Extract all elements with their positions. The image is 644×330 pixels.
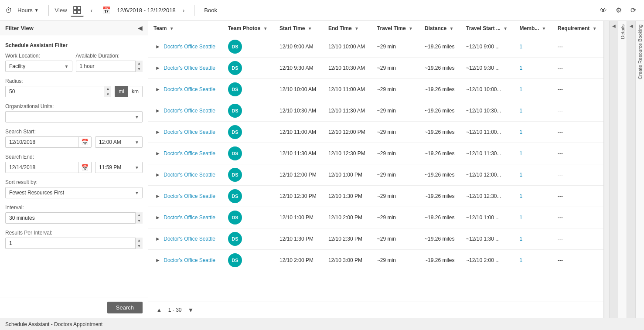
cell-photos-3: DS bbox=[223, 100, 274, 122]
radius-down-btn[interactable]: ▼ bbox=[104, 92, 111, 97]
km-toggle-btn[interactable]: km bbox=[128, 86, 143, 97]
search-end-calendar-btn[interactable]: 📅 bbox=[78, 162, 91, 173]
col-team-photos[interactable]: Team Photos ▼ bbox=[223, 21, 274, 36]
cell-travel-start-7: ~12/10 12:30... bbox=[461, 186, 514, 207]
results-per-interval-input[interactable] bbox=[5, 238, 143, 249]
col-end-time[interactable]: End Time ▼ bbox=[323, 21, 372, 36]
col-travel-start[interactable]: Travel Start ... ▼ bbox=[461, 21, 514, 36]
table-row: ► Doctor's Office Seattle DS 12/10 11:30… bbox=[148, 143, 603, 164]
table-row: ► Doctor's Office Seattle DS 12/10 12:30… bbox=[148, 186, 603, 207]
team-name-9[interactable]: Doctor's Office Seattle bbox=[164, 236, 215, 242]
col-travel-time[interactable]: Travel Time ▼ bbox=[372, 21, 419, 36]
team-name-0[interactable]: Doctor's Office Seattle bbox=[164, 44, 215, 50]
results-per-interval-down-btn[interactable]: ▼ bbox=[136, 243, 143, 249]
available-duration-input[interactable] bbox=[76, 61, 143, 72]
search-start-date-wrapper: 📅 bbox=[5, 136, 92, 148]
expand-btn-5[interactable]: ► bbox=[153, 150, 162, 157]
expand-btn-4[interactable]: ► bbox=[153, 128, 162, 136]
details-collapse-handle[interactable]: ◀ bbox=[609, 21, 618, 318]
eye-icon-button[interactable]: 👁 bbox=[597, 5, 610, 16]
filter-collapse-button[interactable]: ◀ bbox=[138, 24, 143, 31]
expand-btn-7[interactable]: ► bbox=[153, 192, 162, 200]
expand-btn-9[interactable]: ► bbox=[153, 235, 162, 243]
interval-input[interactable] bbox=[5, 212, 143, 224]
col-distance[interactable]: Distance ▼ bbox=[419, 21, 461, 36]
col-requirement-label: Requirement bbox=[558, 25, 589, 31]
col-members[interactable]: Memb... ▼ bbox=[515, 21, 552, 36]
grid-container[interactable]: Team ▼ Team Photos ▼ Start Time ▼ bbox=[148, 21, 603, 302]
mi-toggle-btn[interactable]: mi bbox=[115, 86, 128, 97]
col-travel-time-label: Travel Time bbox=[377, 25, 406, 31]
refresh-icon-button[interactable]: ⟳ bbox=[628, 4, 639, 16]
scrollbar-track[interactable] bbox=[604, 21, 609, 318]
cell-distance-6: ~19.26 miles bbox=[419, 164, 461, 186]
available-duration-up-btn[interactable]: ▲ bbox=[136, 61, 143, 66]
cell-end-8: 12/10 2:00 PM bbox=[323, 207, 372, 228]
page-down-btn[interactable]: ▼ bbox=[185, 306, 197, 314]
col-start-time[interactable]: Start Time ▼ bbox=[274, 21, 323, 36]
sort-select[interactable]: Fewest Resources First Most Resources Fi… bbox=[5, 187, 143, 198]
svg-rect-1 bbox=[78, 7, 81, 10]
prev-date-button[interactable]: ‹ bbox=[87, 5, 96, 16]
search-start-calendar-btn[interactable]: 📅 bbox=[78, 137, 91, 147]
cell-travel-time-4: ~29 min bbox=[372, 122, 419, 143]
cell-travel-start-8: ~12/10 1:00 ... bbox=[461, 207, 514, 228]
expand-btn-2[interactable]: ► bbox=[153, 85, 162, 93]
expand-btn-0[interactable]: ► bbox=[153, 43, 162, 51]
team-name-5[interactable]: Doctor's Office Seattle bbox=[164, 150, 215, 156]
details-sidebar: Details bbox=[618, 21, 627, 318]
status-text: Schedule Assistant - Doctors Appointment bbox=[5, 321, 102, 327]
work-location-select[interactable]: Facility Onsite Location Agnostic bbox=[5, 61, 72, 72]
cell-travel-start-1: ~12/10 9:30 ... bbox=[461, 58, 514, 79]
radius-up-btn[interactable]: ▲ bbox=[104, 86, 111, 92]
search-start-time-select[interactable]: 12:00 AM bbox=[95, 136, 143, 148]
radius-input[interactable] bbox=[5, 86, 111, 97]
interval-up-btn[interactable]: ▲ bbox=[136, 212, 143, 218]
table-row: ► Doctor's Office Seattle DS 12/10 11:00… bbox=[148, 122, 603, 143]
available-duration-down-btn[interactable]: ▼ bbox=[136, 66, 143, 72]
hours-label: Hours bbox=[17, 7, 33, 14]
details-label[interactable]: Details bbox=[619, 21, 626, 43]
team-name-10[interactable]: Doctor's Office Seattle bbox=[164, 257, 215, 263]
available-duration-spinner-btns: ▲ ▼ bbox=[135, 61, 143, 72]
next-date-button[interactable]: › bbox=[179, 5, 188, 16]
booking-label[interactable]: Create Resource Booking bbox=[637, 21, 644, 83]
expand-btn-3[interactable]: ► bbox=[153, 107, 162, 115]
team-name-7[interactable]: Doctor's Office Seattle bbox=[164, 193, 215, 199]
team-name-3[interactable]: Doctor's Office Seattle bbox=[164, 108, 215, 114]
book-button[interactable]: Book bbox=[201, 5, 221, 15]
booking-collapse-handle[interactable]: ◀ bbox=[627, 21, 635, 318]
team-name-2[interactable]: Doctor's Office Seattle bbox=[164, 86, 215, 92]
team-name-8[interactable]: Doctor's Office Seattle bbox=[164, 214, 215, 221]
filter-view-title: Filter View bbox=[5, 25, 34, 31]
calendar-icon-button[interactable]: 📅 bbox=[99, 4, 113, 16]
team-name-4[interactable]: Doctor's Office Seattle bbox=[164, 129, 215, 135]
search-start-date-input[interactable] bbox=[6, 137, 78, 147]
collapse-arrow-2: ◀ bbox=[630, 21, 633, 31]
expand-btn-8[interactable]: ► bbox=[153, 214, 162, 221]
expand-btn-6[interactable]: ► bbox=[153, 171, 162, 179]
interval-down-btn[interactable]: ▼ bbox=[136, 218, 143, 224]
cell-requirement-8: --- bbox=[552, 207, 603, 228]
settings-icon-button[interactable]: ⚙ bbox=[613, 4, 624, 16]
search-end-date-input[interactable] bbox=[6, 162, 78, 173]
table-row: ► Doctor's Office Seattle DS 12/10 12:00… bbox=[148, 164, 603, 186]
radius-row: ▲ ▼ mi km bbox=[5, 86, 143, 97]
results-per-interval-up-btn[interactable]: ▲ bbox=[136, 238, 143, 243]
org-units-select[interactable] bbox=[5, 111, 143, 122]
col-members-sort: ▼ bbox=[542, 26, 546, 31]
team-name-1[interactable]: Doctor's Office Seattle bbox=[164, 65, 215, 71]
grid-view-button[interactable] bbox=[71, 4, 84, 17]
expand-btn-1[interactable]: ► bbox=[153, 64, 162, 72]
col-requirement[interactable]: Requirement ▼ bbox=[552, 21, 603, 36]
table-row: ► Doctor's Office Seattle DS 12/10 2:00 … bbox=[148, 250, 603, 271]
expand-btn-10[interactable]: ► bbox=[153, 256, 162, 264]
booking-sidebar: Create Resource Booking bbox=[635, 21, 644, 318]
page-up-btn[interactable]: ▲ bbox=[153, 306, 165, 314]
work-location-select-wrapper: Facility Onsite Location Agnostic bbox=[5, 61, 72, 72]
col-team[interactable]: Team ▼ bbox=[148, 21, 223, 36]
team-name-6[interactable]: Doctor's Office Seattle bbox=[164, 172, 215, 178]
search-button[interactable]: Search bbox=[107, 302, 143, 313]
hours-button[interactable]: Hours ▼ bbox=[14, 5, 42, 15]
search-end-time-select[interactable]: 11:59 PM bbox=[95, 162, 143, 173]
